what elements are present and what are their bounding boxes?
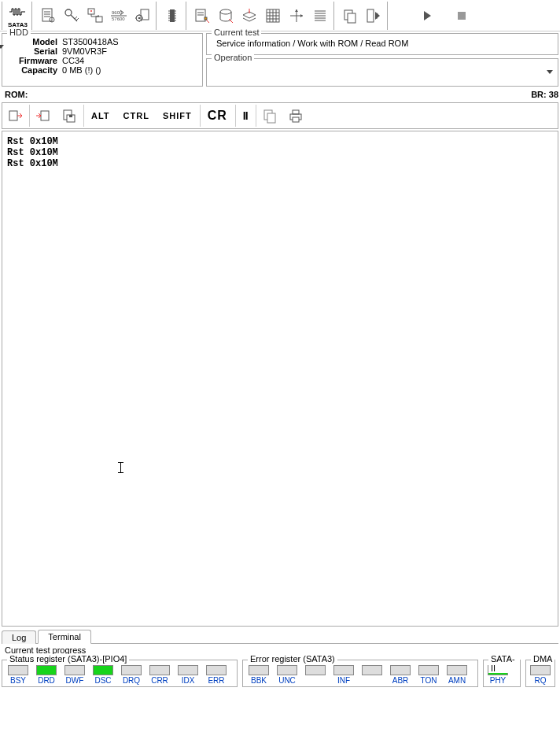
tab-terminal[interactable]: Terminal xyxy=(38,630,91,644)
error-bit-4 xyxy=(359,665,385,685)
stop-button[interactable] xyxy=(450,2,473,30)
current-test-path: Service information / Work with ROM / Re… xyxy=(212,37,553,50)
error-lamp-INF xyxy=(333,665,354,675)
error-bit-AMN: AMN xyxy=(444,665,470,685)
shift-key-button[interactable]: SHIFT xyxy=(157,104,199,128)
key-icon[interactable] xyxy=(60,2,83,30)
gear-doc-icon[interactable] xyxy=(131,2,154,30)
hdd-serial-value: 9VM0VR3F xyxy=(62,46,197,56)
status-bit-DRQ: DRQ xyxy=(119,665,144,685)
status-lamp-CRR xyxy=(149,665,170,675)
status-register-legend: Status register (SATA3)-[PIO4] xyxy=(7,654,129,664)
hdd-firmware-label: Firmware xyxy=(7,56,62,65)
exit-icon[interactable] xyxy=(362,2,385,30)
hdd-dropdown-icon[interactable] xyxy=(0,45,4,49)
operation-legend: Operation xyxy=(212,53,254,62)
status-lamp-IDX xyxy=(178,665,198,675)
copy-icon[interactable] xyxy=(338,2,362,30)
error-lamp-AMN xyxy=(447,665,467,675)
status-bit-IDX: IDX xyxy=(175,665,201,685)
save-as-icon[interactable] xyxy=(57,104,83,128)
chip-icon[interactable] xyxy=(160,2,184,30)
status-lamp-ERR xyxy=(206,665,227,675)
error-label-AMN: AMN xyxy=(448,676,466,685)
status-label-DWF: DWF xyxy=(66,676,84,685)
alt-key-button[interactable]: ALT xyxy=(85,104,117,128)
svg-rect-31 xyxy=(41,111,49,120)
main-toolbar: SATA3 960057600 xyxy=(0,0,560,31)
error-label-UNC: UNC xyxy=(278,676,296,685)
error-register-legend: Error register (SATA3) xyxy=(248,654,337,664)
svg-rect-0 xyxy=(42,9,52,21)
error-register-group: Error register (SATA3) BBKUNCINFABRTONAM… xyxy=(242,660,478,687)
svg-point-16 xyxy=(138,17,141,19)
status-label-ERR: ERR xyxy=(208,676,224,685)
status-lamp-DRD xyxy=(36,665,57,675)
status-lamp-DSC xyxy=(93,665,113,675)
pause-button[interactable]: II xyxy=(237,104,255,128)
operation-dropdown-icon[interactable] xyxy=(547,70,553,74)
cr-button[interactable]: CR xyxy=(201,104,234,128)
status-lamp-BSY xyxy=(8,665,28,675)
svg-point-22 xyxy=(220,9,231,14)
status-bit-BSY: BSY xyxy=(6,665,31,685)
svg-rect-27 xyxy=(367,9,374,22)
terminal-console[interactable]: Rst 0x10M Rst 0x10M Rst 0x10M xyxy=(2,131,558,627)
sata2-legend: SATA-II xyxy=(488,654,520,673)
ctrl-key-button[interactable]: CTRL xyxy=(117,104,157,128)
dma-label-RQ: RQ xyxy=(535,676,547,685)
text-cursor-icon xyxy=(120,462,121,473)
dma-bit-RQ: RQ xyxy=(529,665,551,685)
send-in-icon[interactable] xyxy=(31,104,57,128)
network-drive-icon[interactable] xyxy=(83,2,107,30)
error-bit-BBK: BBK xyxy=(246,665,271,685)
sata-port-button[interactable]: SATA3 xyxy=(6,2,30,30)
copy-text-icon[interactable] xyxy=(257,104,283,128)
dma-legend: DMA xyxy=(531,654,554,664)
status-bit-CRR: CRR xyxy=(147,665,172,685)
error-lamp-4 xyxy=(362,665,382,675)
tab-log[interactable]: Log xyxy=(2,630,36,644)
db-icon[interactable] xyxy=(214,2,238,30)
status-lamp-DWF xyxy=(64,665,85,675)
dma-lamp-RQ xyxy=(530,665,551,675)
send-out-icon[interactable] xyxy=(2,104,28,128)
hdd-model-value: ST3500418AS xyxy=(62,37,197,46)
svg-rect-34 xyxy=(69,115,72,117)
svg-line-7 xyxy=(75,17,77,19)
svg-rect-17 xyxy=(170,9,175,22)
hdd-capacity-label: Capacity xyxy=(7,65,62,75)
br-label: BR: 38 xyxy=(531,90,558,99)
error-bit-INF: INF xyxy=(331,665,356,685)
text-lines-icon[interactable] xyxy=(308,2,332,30)
hdd-legend: HDD xyxy=(7,28,31,37)
error-lamp-BBK xyxy=(249,665,269,675)
hdd-serial-label: Serial xyxy=(7,46,62,56)
dma-group: DMA RQ xyxy=(525,660,555,687)
error-bit-ABR: ABR xyxy=(388,665,413,685)
grid-icon[interactable] xyxy=(261,2,285,30)
print-icon[interactable] xyxy=(283,104,309,128)
status-label-DRD: DRD xyxy=(38,676,55,685)
script-icon[interactable] xyxy=(190,2,214,30)
play-button[interactable] xyxy=(415,2,439,30)
status-label-BSY: BSY xyxy=(10,676,26,685)
error-label-INF: INF xyxy=(337,676,350,685)
error-lamp-ABR xyxy=(390,665,411,675)
svg-point-5 xyxy=(65,9,72,16)
layers-icon[interactable] xyxy=(238,2,261,30)
status-label-DRQ: DRQ xyxy=(123,676,140,685)
hdd-model-label: Model xyxy=(7,37,62,46)
current-test-box: Current test Service information / Work … xyxy=(206,33,558,55)
status-label-CRR: CRR xyxy=(151,676,168,685)
document-icon[interactable] xyxy=(36,2,60,30)
direction-icon[interactable] xyxy=(285,2,308,30)
svg-rect-30 xyxy=(9,111,17,120)
status-bit-ERR: ERR xyxy=(204,665,229,685)
operation-box: Operation xyxy=(206,58,558,87)
rom-label: ROM: xyxy=(5,90,28,99)
error-bit-UNC: UNC xyxy=(274,665,300,685)
baud-rate-icon[interactable]: 960057600 xyxy=(107,2,131,30)
status-bit-DWF: DWF xyxy=(62,665,87,685)
error-lamp-TON xyxy=(418,665,439,675)
